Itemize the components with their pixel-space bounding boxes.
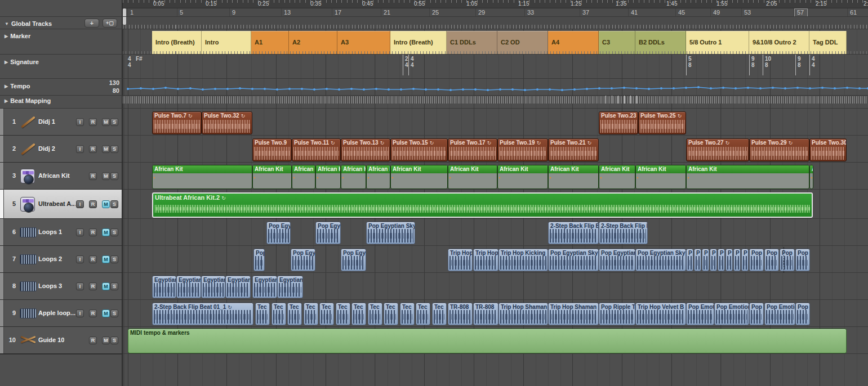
audio-region[interactable]: Tec [351,303,366,325]
signature-value[interactable]: 4 4 [128,56,131,68]
key-signature[interactable]: F# [136,56,143,62]
track6-input-monitor-button[interactable]: I [76,228,84,236]
audio-region[interactable]: Pop Emotion [764,303,795,325]
audio-region[interactable]: Pulse Two.7↻ [152,111,202,134]
audio-region[interactable]: Pop Egyptian Sky [366,222,415,244]
midi-region[interactable]: African Kit [390,165,448,189]
tempo-lane[interactable] [123,79,868,96]
track-header-african-kit[interactable]: 3African KitRMS [0,163,123,190]
audio-region[interactable]: Pop Egyptian Sky [291,249,315,271]
global-tracks-header[interactable]: ▼Global Tracks [5,20,52,27]
audio-region[interactable]: Egyptian [152,276,176,298]
track10-mute-button[interactable]: M [102,336,110,344]
audio-region[interactable]: Pop [795,249,810,271]
audio-region[interactable]: Ultrabeat African Kit.2↻ [152,192,813,218]
audio-region[interactable]: Pop [749,303,764,325]
track-header-ultrabeat-a-[interactable]: 5Ultrabeat A...IRMS [0,190,123,219]
audio-region[interactable]: Trip Hop Shaman [548,303,599,325]
track2-input-monitor-button[interactable]: I [76,145,84,153]
collapse-triangle-icon[interactable]: ▼ [5,21,9,26]
midi-region[interactable]: African Kit [292,165,315,189]
audio-region[interactable]: Trip Hop Kicking [498,249,548,271]
track2-mute-button[interactable]: M [102,145,110,153]
audio-region[interactable]: P [710,249,717,271]
audio-region[interactable]: Tec [319,303,334,325]
audio-region[interactable]: Tec [287,303,302,325]
track9-record-enable-button[interactable]: R [89,309,97,317]
playhead[interactable] [784,247,784,273]
track-lane-6[interactable]: Pop Egyptian SkyPop Egyptian SkyPop Egyp… [123,219,868,246]
audio-region[interactable]: Pulse Two.25↻ [638,111,686,134]
midi-region[interactable]: African Kit [809,165,813,189]
audio-region[interactable]: Pop Egyptian Sky [341,249,366,271]
track7-mute-button[interactable]: M [102,255,110,263]
audio-region[interactable]: Tec [255,303,270,325]
midi-region[interactable]: African Kit [315,165,341,189]
audio-region[interactable]: Pop [764,249,779,271]
audio-region[interactable]: Pop [780,249,795,271]
audio-region[interactable]: P [733,249,741,271]
audio-region[interactable]: Pop Ripple T [599,303,635,325]
audio-region[interactable]: Pulse Two.15↻ [390,138,448,161]
disclosure-triangle-icon[interactable]: ▶ [5,34,8,39]
audio-region[interactable]: P [725,249,733,271]
midi-region[interactable]: African Kit [252,165,292,189]
audio-region[interactable]: Trip Hop [448,249,473,271]
midi-region[interactable]: African Kit [497,165,548,189]
track9-mute-button[interactable]: M [102,309,110,317]
disclosure-triangle-icon[interactable]: ▶ [5,60,8,65]
audio-region[interactable]: P [718,249,725,271]
track-header-apple-loop-[interactable]: 9Apple loop...IRMS [0,300,123,327]
audio-region[interactable]: TR-808 [473,303,498,325]
audio-region[interactable]: P [686,249,693,271]
track-header-loops-2[interactable]: 7Loops 2IRMS [0,246,123,273]
audio-region[interactable]: Pop Emotion [686,303,714,325]
audio-region[interactable]: TR-808 [448,303,473,325]
track10-record-enable-button[interactable]: R [89,336,97,344]
signature-value[interactable]: 9 8 [798,56,801,68]
time-ruler[interactable]: 0:050:150:250:350:450:551:051:151:251:35… [123,0,868,8]
audio-region[interactable]: Trip Hop Shaman [498,303,548,325]
audio-region[interactable]: Tec [368,303,382,325]
track-lane-2[interactable]: Pulse Two.9Pulse Two.11↻Pulse Two.13↻Pul… [123,136,868,163]
audio-region[interactable]: Pulse Two.29↻ [749,138,809,161]
signature-value[interactable]: 4 4 [411,56,414,68]
audio-region[interactable]: Pulse Two.32↻ [202,111,252,134]
track5-mute-button[interactable]: M [102,200,110,208]
audio-region[interactable]: P [741,249,749,271]
track2-record-enable-button[interactable]: R [89,145,97,153]
track-lane-5[interactable]: Ultrabeat African Kit.2↻ [123,190,868,219]
audio-region[interactable]: Pulse Two.30 [809,138,847,161]
midi-region[interactable]: African Kit [635,165,686,189]
midi-region[interactable]: African Kit [341,165,366,189]
audio-region[interactable]: Egyptian [252,276,277,298]
track8-mute-button[interactable]: M [102,282,110,290]
track8-solo-button[interactable]: S [110,282,118,290]
audio-region[interactable]: Pop [253,249,265,271]
audio-region[interactable]: Pop Emotion [714,303,749,325]
audio-region[interactable]: Trip Hop [473,249,498,271]
track6-record-enable-button[interactable]: R [89,228,97,236]
disclosure-triangle-icon[interactable]: ▶ [5,98,8,104]
signature-value[interactable]: 4 4 [812,56,815,68]
audio-region[interactable]: Pulse Two.11↻ [292,138,341,161]
audio-region[interactable]: Egyptian [225,276,251,298]
audio-region[interactable]: Pulse Two.23 [599,111,638,134]
configure-global-tracks-button[interactable]: +▢ [103,19,117,28]
track-lane-1[interactable]: Pulse Two.7↻Pulse Two.32↻Pulse Two.23Pul… [123,109,868,136]
track6-mute-button[interactable]: M [102,228,110,236]
track9-input-monitor-button[interactable]: I [76,309,84,317]
audio-region[interactable]: P [694,249,701,271]
disclosure-triangle-icon[interactable]: ▶ [5,84,8,89]
track6-solo-button[interactable]: S [110,228,118,236]
audio-region[interactable]: Pop Egyptian Sky [599,249,635,271]
track9-solo-button[interactable]: S [110,309,118,317]
signature-value[interactable]: 10 8 [765,56,771,68]
tempo-curve[interactable] [123,79,868,96]
audio-region[interactable]: Pulse Two.9 [252,138,292,161]
audio-region[interactable]: Tec [400,303,415,325]
audio-region[interactable]: Tec [416,303,430,325]
signature-value[interactable]: 5 8 [688,56,692,68]
track5-record-enable-button[interactable]: R [89,200,97,208]
track8-record-enable-button[interactable]: R [89,282,97,290]
